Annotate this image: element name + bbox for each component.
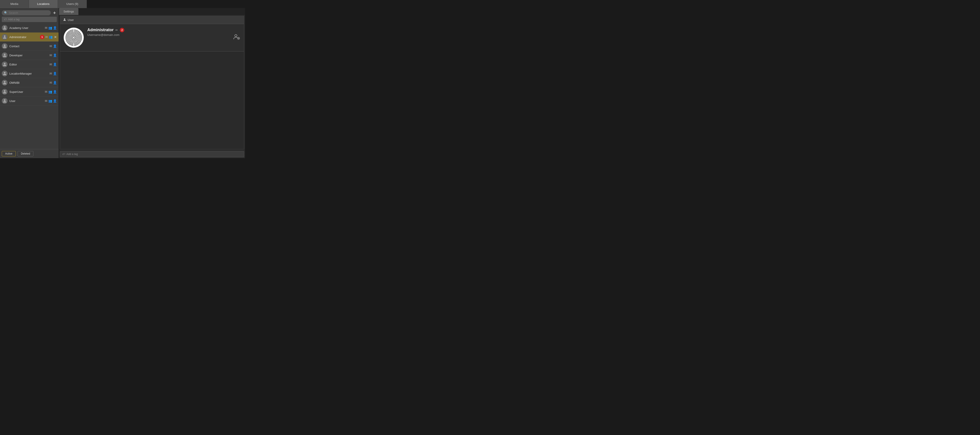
svg-point-3 [4,54,5,55]
svg-point-9 [64,19,65,20]
active-button[interactable]: Active [2,151,16,156]
list-item[interactable]: SuperUser ✉ 👥 👤 [0,87,59,96]
edit-profile-icon[interactable]: ✏ [115,28,118,32]
profile-section: Administrator ✏ 2 Username@domain.com [60,24,244,51]
avatar [2,25,8,31]
avatar [2,80,8,86]
svg-point-20 [235,35,237,37]
group-icon: 👥 [49,35,52,39]
list-item[interactable]: Developer ✉ 👤 [0,51,59,60]
svg-point-5 [4,72,5,73]
group-icon: 👤 [53,72,57,75]
add-user-group-icon[interactable] [233,33,240,42]
search-input[interactable] [9,11,49,14]
main-layout: 🔍 + 🏷 Add a tag Academy User ✉ 👥 👤 [0,8,245,158]
email-icon: ✉ [49,81,52,84]
tab-settings[interactable]: Settings [59,8,78,15]
email-icon: ✉ [49,62,52,66]
svg-point-1 [4,35,5,37]
left-panel: 🔍 + 🏷 Add a tag Academy User ✉ 👥 👤 [0,8,59,158]
svg-point-6 [4,81,5,83]
list-item-admin[interactable]: Administrator 1 ✉ 👥 ✕ [0,32,59,41]
svg-point-2 [4,45,5,46]
tab-media[interactable]: Media [0,0,29,8]
group-icon: 👤 [53,62,57,66]
svg-point-7 [4,90,5,92]
group-icon: 👥 [48,99,52,103]
avatar [2,62,8,67]
search-bar: 🔍 + [2,10,57,15]
avatar [2,34,8,40]
group-alt-icon: 👤 [53,26,57,30]
fingerprint-avatar [64,28,84,48]
tag-input-bar[interactable]: 🏷 Add a tag [2,17,57,22]
right-tag-bar[interactable]: 🏷 Add a tag [60,151,244,157]
right-panel: Settings User [59,8,245,158]
badge-1: 1 [40,35,45,39]
email-icon: ✉ [45,90,48,94]
avatar [2,71,8,76]
search-icon: 🔍 [4,11,8,14]
avatar [2,43,8,49]
group-icon: 👤 [53,44,57,48]
group-icon: 👤 [53,53,57,57]
email-icon: ✉ [49,44,52,48]
list-item[interactable]: User ✉ 👥 👤 [0,96,59,105]
settings-tab-bar: Settings [59,8,245,15]
search-input-wrap: 🔍 [2,10,51,15]
tag-icon: 🏷 [4,18,7,21]
deleted-button[interactable]: Deleted [18,151,33,156]
list-item[interactable]: LocationManager ✉ 👤 [0,69,59,78]
svg-point-8 [4,99,5,101]
svg-point-4 [4,63,5,64]
tag-icon-right: 🏷 [62,153,65,156]
user-detail-panel: User [60,16,244,149]
user-section-icon [63,18,66,22]
close-icon[interactable]: ✕ [54,35,57,39]
email-icon: ✉ [45,26,48,30]
user-section-header: User [60,16,244,24]
add-user-button[interactable]: + [52,11,57,15]
bottom-buttons: Active Deleted [0,149,59,158]
group-icon: 👥 [48,90,52,94]
list-item[interactable]: Academy User ✉ 👥 👤 [0,23,59,32]
profile-info: Administrator ✏ 2 Username@domain.com [87,28,240,37]
tab-users[interactable]: Users (9) [58,0,87,8]
group-alt-icon: 👤 [53,90,57,94]
list-item[interactable]: OMNIBl ✉ 👤 [0,78,59,87]
email-icon: ✉ [49,53,52,57]
email-icon: ✉ [45,35,48,39]
user-list: Academy User ✉ 👥 👤 Administrator 1 ✉ 👥 [0,23,59,149]
group-alt-icon: 👤 [53,99,57,103]
list-item[interactable]: Contact ✉ 👤 [0,41,59,51]
profile-badge: 2 [120,28,124,32]
avatar [2,89,8,95]
group-icon: 👤 [53,81,57,84]
list-item[interactable]: Editor ✉ 👤 [0,60,59,69]
email-icon: ✉ [49,72,52,75]
content-area [60,51,244,149]
top-tab-bar: Media Locations Users (9) [0,0,245,8]
email-icon: ✉ [45,99,48,103]
tab-locations[interactable]: Locations [29,0,58,8]
group-icon: 👥 [48,26,52,30]
avatar [2,53,8,58]
avatar [2,98,8,104]
svg-point-0 [4,26,5,28]
